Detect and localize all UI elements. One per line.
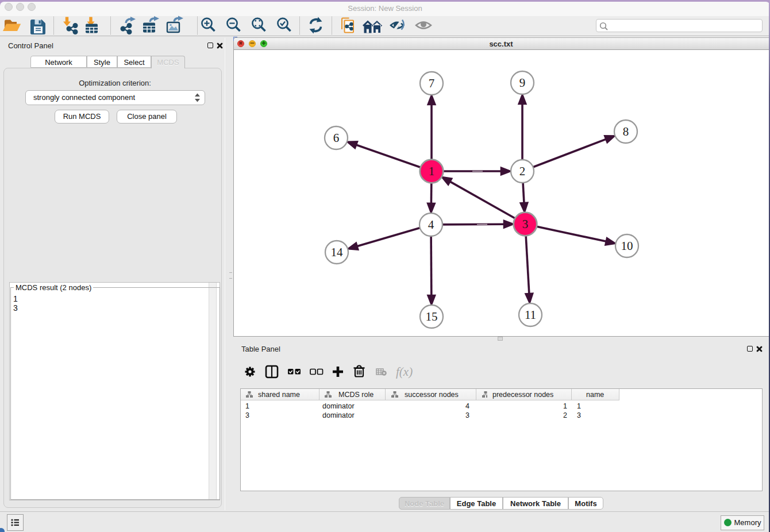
svg-text:6: 6 [333,131,340,145]
svg-text:2: 2 [519,164,526,178]
svg-text:15: 15 [426,310,438,323]
svg-text:10: 10 [621,239,633,253]
svg-text:4: 4 [428,218,434,232]
svg-text:1: 1 [429,164,435,178]
svg-text:8: 8 [623,125,629,138]
svg-text:9: 9 [519,76,526,90]
svg-text:7: 7 [429,76,435,90]
svg-text:3: 3 [522,217,529,231]
svg-text:f(x): f(x) [396,365,413,379]
svg-text:11: 11 [525,308,536,322]
svg-text:14: 14 [331,245,344,259]
